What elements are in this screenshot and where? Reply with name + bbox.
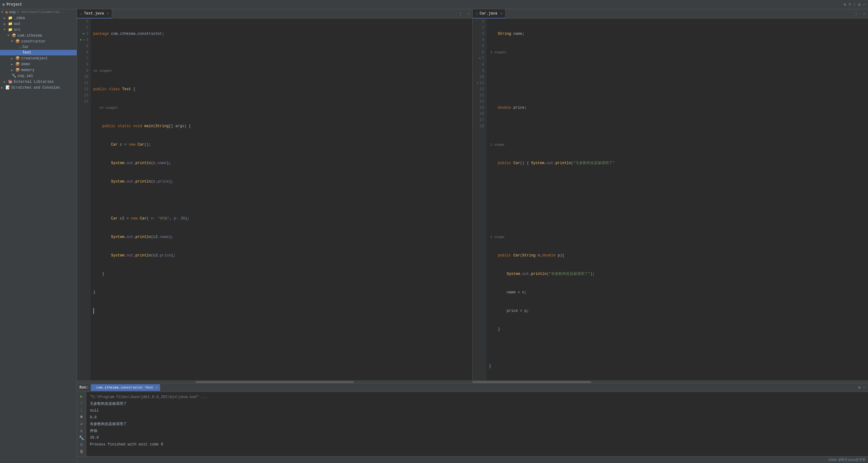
settings-icon[interactable]: ⚙ [858, 2, 861, 7]
run-sort-button[interactable]: ⇅ [79, 428, 85, 433]
left-scrollbar[interactable] [77, 380, 472, 383]
tab-more-left[interactable] [112, 9, 118, 19]
sidebar-item-createobject[interactable]: ▶ 📦 createobject [0, 55, 77, 61]
rcode-line-16 [489, 345, 866, 351]
sidebar-item-demo[interactable]: ▶ 📦 demo [0, 61, 77, 67]
project-icon: ▣ [2, 2, 5, 7]
editor-area: ☕ Test.java ✕ ⋮ ✓ ☕ Car.java ✕ [77, 9, 868, 463]
top-bar: ▣ Project ⊕ ≡ ↕ ⚙ — [0, 0, 868, 9]
right-code-area[interactable]: String name; 3 usages double price; 1 us… [487, 19, 868, 380]
run-down-button[interactable]: ↓ [79, 408, 85, 412]
sidebar-item-car[interactable]: ☕ Car [0, 44, 77, 50]
java-icon: ☕ [19, 51, 21, 55]
rcode-line-6 [489, 123, 866, 129]
sidebar-item-oop[interactable]: ▼ ▣ oop D:\Workspace\javaWorksp... [0, 9, 77, 15]
sidebar-item-constructor[interactable]: ▼ 📦 constructor [0, 38, 77, 44]
fold-icon-11[interactable]: ◇ [477, 80, 478, 86]
run-tab-bar: Run: ☕ com.itheima.constructor.Test ✕ ⚙ … [77, 383, 868, 392]
bottom-panel: Run: ☕ com.itheima.constructor.Test ✕ ⚙ … [77, 383, 868, 463]
list-icon[interactable]: ≡ [848, 2, 851, 7]
top-bar-actions: ⊕ ≡ ↕ ⚙ — [844, 2, 866, 7]
fold-icon-7[interactable]: ◇ [479, 55, 480, 62]
tab-test-java[interactable]: ☕ Test.java ✕ [77, 9, 112, 19]
sidebar-item-oop-iml[interactable]: 🔧 oop.iml [0, 73, 77, 79]
sidebar-item-memory[interactable]: ▶ 📦 memory [0, 67, 77, 73]
sidebar-item-label: Test [23, 51, 31, 55]
code-line-9: Car c2 = new Car( n: "奔驰", p: 39); [93, 215, 470, 222]
right-editor-content[interactable]: 1 2 3 4 5 6 ◇ 7 8 9 10 [473, 19, 868, 380]
hint-1usage-1: 1 usage [489, 142, 866, 148]
left-scrollbar-thumb [195, 381, 354, 383]
run-close-icon[interactable]: — [863, 385, 866, 390]
arrow-icon: ▼ [7, 34, 12, 37]
arrow-icon: ▼ [4, 28, 8, 31]
run-rerun-button[interactable]: ↺ [79, 421, 85, 426]
arrow-icon: ▶ [4, 16, 8, 20]
tab-bars: ☕ Test.java ✕ ⋮ ✓ ☕ Car.java ✕ [77, 9, 868, 19]
run-label: Run: [80, 385, 88, 390]
run-tab-file[interactable]: ☕ com.itheima.constructor.Test ✕ [91, 384, 160, 391]
tab-icon: ☕ [476, 11, 478, 16]
left-line-numbers: 1 2 ▶ 3 ▶ ◇ 4 5 6 [77, 19, 91, 380]
arrow-icon: ▶ [1, 86, 5, 90]
rcode-line-12: System.out.println("有参数构造器被调用了"); [489, 271, 866, 277]
folder-icon: 📁 [8, 22, 12, 26]
run-wrench-icon[interactable]: 🔧 [79, 435, 85, 440]
tab-car-java[interactable]: ☕ Car.java ✕ [473, 9, 505, 19]
run-arrow-3[interactable]: ▶ [83, 31, 85, 37]
run-header-actions: ⚙ — [858, 385, 866, 390]
lib-icon: 📚 [8, 80, 12, 84]
run-clear-button[interactable]: 🗑 [79, 449, 85, 454]
run-up-button[interactable]: ↑ [79, 401, 85, 406]
sidebar-item-label: oop.iml [18, 74, 33, 78]
output-line-8: Process finished with exit code 0 [90, 441, 864, 448]
right-line-numbers: 1 2 3 4 5 6 ◇ 7 8 9 10 [473, 19, 487, 380]
tab-close-icon[interactable]: ✕ [500, 12, 502, 16]
arrow-icon: ▶ [11, 62, 16, 66]
sidebar-item-test[interactable]: ☕ Test [0, 50, 77, 55]
tab-close-icon[interactable]: ✕ [107, 12, 109, 16]
add-icon[interactable]: ⊕ [844, 2, 846, 7]
status-bar-right: CSDN @明月Java全字库 [828, 458, 866, 462]
sidebar-item-label: constructor [21, 39, 45, 44]
run-arrow-4[interactable]: ▶ [80, 37, 82, 43]
sidebar-item-label: oop [9, 10, 16, 14]
sidebar-item-label: External Libraries [14, 80, 54, 84]
code-line-6: System.out.println(c.name); [93, 160, 470, 166]
top-bar-left: ▣ Project [2, 2, 22, 7]
sidebar-item-label: createobject [21, 56, 48, 61]
sidebar-item-idea[interactable]: ▶ 📁 .idea [0, 15, 77, 21]
rcode-line-3 [489, 68, 866, 74]
left-editor-content[interactable]: 1 2 ▶ 3 ▶ ◇ 4 5 6 [77, 19, 472, 380]
run-settings-icon[interactable]: ⚙ [858, 385, 861, 390]
right-scrollbar-thumb [473, 381, 591, 383]
sidebar-item-out[interactable]: ▶ 📁 out [0, 21, 77, 27]
iml-icon: 🔧 [12, 73, 16, 78]
sidebar-item-com-itheima[interactable]: ▼ 📦 com.itheima [0, 33, 77, 38]
sidebar-item-scratches[interactable]: ▶ 📝 Scratches and Consoles [0, 85, 77, 91]
rcode-line-10 [489, 215, 866, 222]
sidebar-item-src[interactable]: ▼ 📁 src [0, 27, 77, 33]
right-scrollbar[interactable] [473, 380, 868, 383]
left-code-area[interactable]: package com.itheima.constructor; no usag… [91, 19, 472, 380]
more-tabs-right-icon[interactable]: ⋮ [852, 11, 861, 16]
run-stop-button[interactable]: ■ [79, 414, 85, 419]
sidebar-item-label: demo [21, 62, 30, 66]
run-tab-close-icon[interactable]: ✕ [156, 386, 158, 390]
sidebar-item-label: memory [21, 68, 34, 72]
sort-icon[interactable]: ↕ [854, 2, 856, 7]
run-play-button[interactable]: ▶ [79, 394, 85, 399]
more-tabs-icon[interactable]: ⋮ [456, 11, 465, 16]
arrow-icon: ▶ [11, 57, 16, 60]
code-line-11: System.out.println(c2.price); [93, 252, 470, 258]
code-line-8 [93, 197, 470, 203]
hint-nousages-1: no usages [93, 68, 470, 74]
minimize-icon[interactable]: — [863, 2, 866, 7]
code-line-1: package com.itheima.constructor; [93, 31, 470, 37]
folder-icon: 📦 [16, 39, 20, 44]
app-container: ▣ Project ⊕ ≡ ↕ ⚙ — ▼ ▣ oop D:\Workspace… [0, 0, 868, 463]
code-line-12: } [93, 271, 470, 277]
rcode-line-8 [489, 179, 866, 185]
sidebar-item-external-libraries[interactable]: ▶ 📚 External Libraries [0, 79, 77, 85]
run-copy-button[interactable]: ⎘ [79, 442, 85, 447]
